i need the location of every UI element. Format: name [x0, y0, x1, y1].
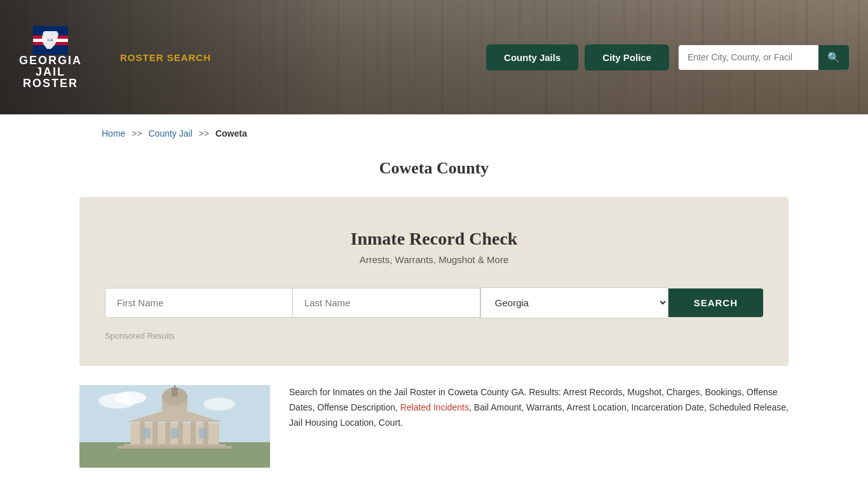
page-title: Coweta County	[0, 159, 868, 178]
breadcrumb-sep1: >>	[132, 128, 142, 139]
svg-rect-12	[153, 420, 158, 445]
svg-point-8	[203, 398, 235, 410]
related-incidents-link[interactable]: Related Incidents	[400, 402, 469, 412]
inmate-search-button[interactable]: SEARCH	[668, 288, 763, 317]
breadcrumb-sep2: >>	[199, 128, 209, 139]
courthouse-image	[79, 385, 270, 468]
sponsored-label: Sponsored Results	[105, 331, 763, 341]
georgia-flag-icon: GA	[33, 26, 68, 55]
header-search-bar: 🔍	[679, 45, 849, 70]
svg-text:GA: GA	[48, 38, 54, 42]
nav-buttons: County Jails City Police	[486, 44, 669, 71]
site-logo[interactable]: GA GEORGIA JAIL ROSTER	[19, 26, 82, 89]
first-name-input[interactable]	[105, 288, 292, 318]
svg-point-7	[114, 391, 146, 404]
city-police-button[interactable]: City Police	[585, 44, 669, 71]
site-header: GA GEORGIA JAIL ROSTER ROSTER SEARCH Cou…	[0, 0, 868, 114]
inmate-record-subtitle: Arrests, Warrants, Mugshot & More	[105, 254, 763, 265]
svg-rect-14	[178, 420, 183, 445]
header-search-button[interactable]: 🔍	[818, 45, 849, 70]
county-jails-button[interactable]: County Jails	[486, 44, 578, 71]
bottom-section: Search for Inmates on the Jail Roster in…	[0, 385, 868, 468]
breadcrumb-current: Coweta	[215, 128, 247, 139]
inmate-record-heading: Inmate Record Check	[105, 229, 763, 249]
breadcrumb-home[interactable]: Home	[102, 128, 125, 139]
svg-rect-23	[171, 428, 179, 438]
inmate-record-section: Inmate Record Check Arrests, Warrants, M…	[79, 197, 789, 366]
logo-text-georgia: GEORGIA	[19, 55, 82, 66]
search-icon: 🔍	[827, 52, 840, 63]
last-name-input[interactable]	[292, 288, 480, 318]
svg-rect-26	[118, 446, 232, 449]
logo-text-roster: ROSTER	[23, 78, 78, 89]
inmate-search-form: Georgia Alabama Florida Tennessee South …	[105, 287, 763, 318]
svg-rect-22	[143, 428, 151, 438]
svg-rect-24	[199, 428, 207, 438]
svg-rect-13	[165, 420, 170, 445]
main-nav: GA GEORGIA JAIL ROSTER ROSTER SEARCH Cou…	[0, 0, 868, 114]
breadcrumb-county-jail[interactable]: County Jail	[149, 128, 193, 139]
logo-text-jail: JAIL	[36, 66, 65, 78]
roster-search-link[interactable]: ROSTER SEARCH	[120, 52, 211, 63]
breadcrumb: Home >> County Jail >> Coweta	[0, 114, 868, 152]
state-select[interactable]: Georgia Alabama Florida Tennessee South …	[480, 287, 668, 318]
header-search-input[interactable]	[679, 46, 818, 69]
svg-rect-15	[191, 420, 196, 445]
description-text: Search for Inmates on the Jail Roster in…	[289, 385, 789, 468]
courthouse-svg	[79, 385, 270, 468]
